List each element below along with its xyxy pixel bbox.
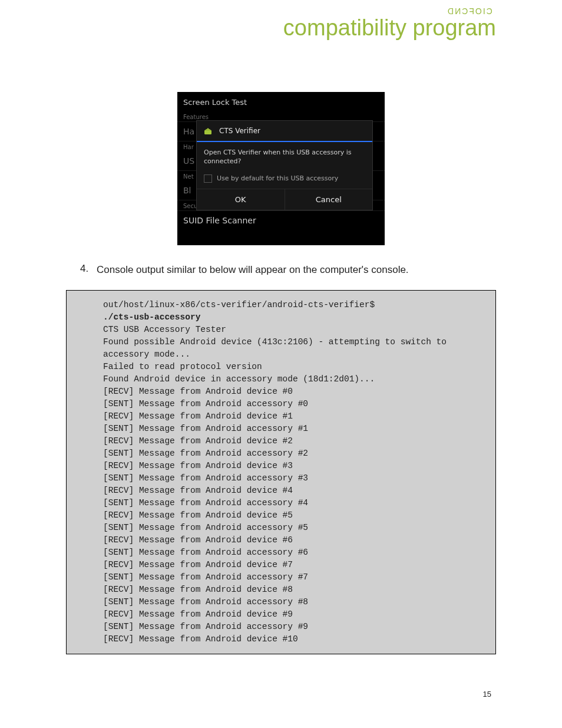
ok-button[interactable]: OK — [197, 189, 285, 210]
dialog-title: CTS Verifier — [219, 127, 260, 135]
phone-title: Screen Lock Test — [177, 92, 385, 111]
step-4: 4. Console output similar to below will … — [80, 263, 496, 277]
phone-screenshot: Screen Lock Test Features Ha Har US Net … — [177, 92, 385, 245]
step-number: 4. — [80, 263, 97, 275]
svg-rect-0 — [204, 130, 211, 135]
step-text: Console output similar to below will app… — [97, 263, 496, 277]
list-row-suid: SUID File Scanner — [177, 211, 385, 230]
checkbox-icon[interactable] — [204, 174, 212, 183]
console-output: out/host/linux-x86/cts-verifier/android-… — [66, 290, 496, 654]
console-command: ./cts-usb-accessory — [103, 312, 200, 322]
android-icon — [203, 126, 213, 136]
brand-small: CIOFCND — [447, 6, 492, 16]
checkbox-label: Use by default for this USB accessory — [217, 174, 338, 182]
console-body: CTS USB Accessory Tester Found possible … — [103, 325, 447, 644]
brand-big: compatibility program — [66, 17, 496, 39]
svg-point-2 — [209, 129, 210, 130]
page-number: 15 — [483, 690, 491, 699]
dialog-header: CTS Verifier — [197, 121, 372, 142]
usb-dialog: CTS Verifier Open CTS Verifier when this… — [196, 120, 373, 210]
page-header: CIOFCND compatibility program — [66, 6, 496, 39]
dialog-body: Open CTS Verifier when this USB accessor… — [197, 142, 372, 172]
dialog-checkbox-row[interactable]: Use by default for this USB accessory — [197, 172, 372, 189]
svg-point-1 — [206, 129, 207, 130]
console-prompt: out/host/linux-x86/cts-verifier/android-… — [103, 300, 380, 309]
cancel-button[interactable]: Cancel — [285, 189, 373, 210]
